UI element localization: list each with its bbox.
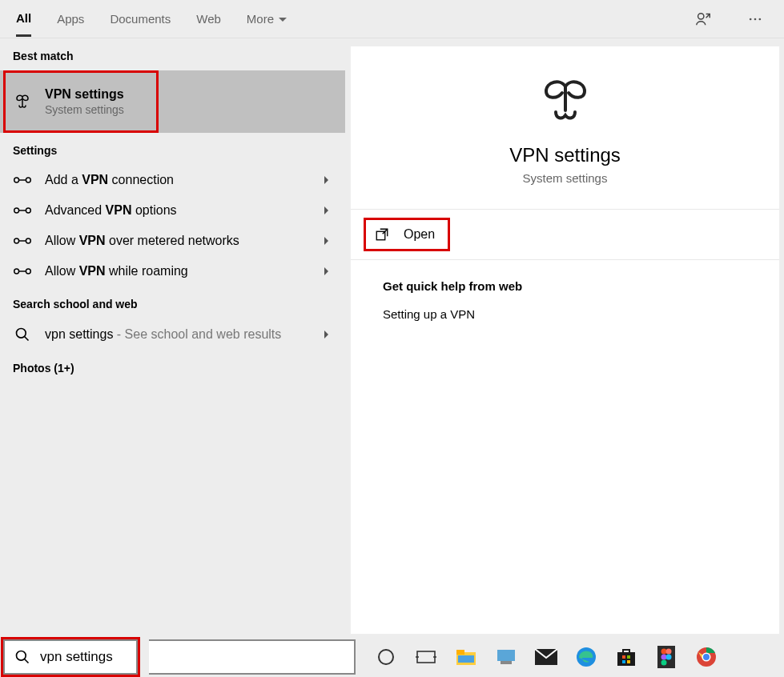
svg-point-34 xyxy=(661,660,667,666)
svg-rect-27 xyxy=(622,660,625,663)
tab-documents[interactable]: Documents xyxy=(110,2,171,35)
result-title: vpn settings - See school and web result… xyxy=(45,327,312,342)
app-icon[interactable] xyxy=(495,646,517,668)
result-add-vpn-connection[interactable]: Add a VPN connection xyxy=(0,165,345,195)
vpn-icon xyxy=(13,174,32,186)
svg-point-6 xyxy=(14,208,19,213)
svg-point-8 xyxy=(14,238,19,243)
mail-icon[interactable] xyxy=(535,646,557,668)
svg-point-9 xyxy=(26,238,30,243)
preview-subtitle: System settings xyxy=(523,171,608,185)
chevron-down-icon xyxy=(279,12,287,26)
svg-point-10 xyxy=(14,269,19,274)
search-icon xyxy=(13,326,32,343)
svg-point-32 xyxy=(661,655,667,660)
feedback-icon[interactable] xyxy=(690,6,717,33)
preview-panel: VPN settings System settings Open Get qu… xyxy=(351,46,779,634)
search-tabs: All Apps Documents Web More xyxy=(0,0,784,38)
section-settings: Settings xyxy=(0,133,345,165)
vpn-icon xyxy=(13,91,32,112)
section-photos[interactable]: Photos (1+) xyxy=(0,351,345,383)
svg-point-3 xyxy=(759,18,762,20)
chevron-right-icon xyxy=(324,204,332,217)
svg-rect-19 xyxy=(458,655,474,663)
taskbar xyxy=(0,637,784,677)
store-icon[interactable] xyxy=(615,646,637,668)
cortana-icon[interactable] xyxy=(375,646,397,668)
result-title: Add a VPN connection xyxy=(45,173,312,187)
vpn-icon xyxy=(13,204,32,217)
svg-point-1 xyxy=(750,18,752,20)
vpn-icon xyxy=(537,78,594,125)
svg-rect-18 xyxy=(456,650,464,655)
file-explorer-icon[interactable] xyxy=(455,646,477,668)
chevron-right-icon xyxy=(324,174,332,186)
chevron-right-icon xyxy=(324,265,332,278)
result-allow-vpn-metered[interactable]: Allow VPN over metered networks xyxy=(0,226,345,256)
vpn-icon xyxy=(13,234,32,247)
svg-point-31 xyxy=(666,649,672,655)
svg-point-11 xyxy=(26,269,30,274)
open-icon xyxy=(375,227,389,242)
svg-point-37 xyxy=(703,654,710,660)
result-title: Allow VPN while roaming xyxy=(45,264,312,278)
svg-point-15 xyxy=(379,650,393,664)
result-web-search[interactable]: vpn settings - See school and web result… xyxy=(0,318,345,351)
result-allow-vpn-roaming[interactable]: Allow VPN while roaming xyxy=(0,256,345,286)
figma-icon[interactable] xyxy=(655,646,677,668)
svg-point-2 xyxy=(754,18,757,20)
svg-rect-24 xyxy=(617,652,635,666)
task-view-icon[interactable] xyxy=(415,646,437,668)
result-title: Advanced VPN options xyxy=(45,203,312,218)
svg-point-33 xyxy=(666,655,672,660)
svg-rect-21 xyxy=(501,661,512,664)
svg-rect-20 xyxy=(497,650,515,661)
results-panel: Best match VPN settings System settings … xyxy=(0,38,346,637)
chevron-right-icon xyxy=(324,328,332,341)
tab-web[interactable]: Web xyxy=(196,2,221,35)
result-advanced-vpn-options[interactable]: Advanced VPN options xyxy=(0,195,345,226)
svg-point-30 xyxy=(661,649,667,655)
svg-point-4 xyxy=(14,178,19,182)
svg-point-5 xyxy=(26,178,30,182)
svg-rect-26 xyxy=(627,655,630,659)
result-title: VPN settings xyxy=(45,87,332,102)
section-best-match: Best match xyxy=(0,38,345,70)
svg-rect-28 xyxy=(627,660,630,663)
result-subtitle: System settings xyxy=(45,103,332,116)
open-button[interactable]: Open xyxy=(364,218,450,251)
svg-rect-25 xyxy=(622,655,625,659)
search-icon xyxy=(14,649,30,665)
edge-icon[interactable] xyxy=(575,646,597,668)
section-school-web: Search school and web xyxy=(0,286,345,318)
result-title: Allow VPN over metered networks xyxy=(45,234,312,248)
tab-more[interactable]: More xyxy=(247,2,287,35)
help-header: Get quick help from web xyxy=(383,279,747,293)
vpn-icon xyxy=(13,265,32,278)
svg-point-12 xyxy=(17,329,26,338)
more-options-icon[interactable] xyxy=(742,6,768,32)
tab-apps[interactable]: Apps xyxy=(57,2,84,35)
preview-title: VPN settings xyxy=(509,144,621,166)
search-box[interactable] xyxy=(3,639,138,675)
help-link-setup-vpn[interactable]: Setting up a VPN xyxy=(383,307,747,321)
result-vpn-settings[interactable]: VPN settings System settings xyxy=(0,70,345,133)
svg-point-7 xyxy=(26,208,30,213)
open-label: Open xyxy=(404,227,435,242)
tab-all[interactable]: All xyxy=(16,2,31,37)
chevron-right-icon xyxy=(324,234,332,247)
svg-point-0 xyxy=(698,13,704,18)
svg-rect-16 xyxy=(417,651,435,663)
svg-point-14 xyxy=(17,651,26,661)
chrome-icon[interactable] xyxy=(695,646,718,668)
